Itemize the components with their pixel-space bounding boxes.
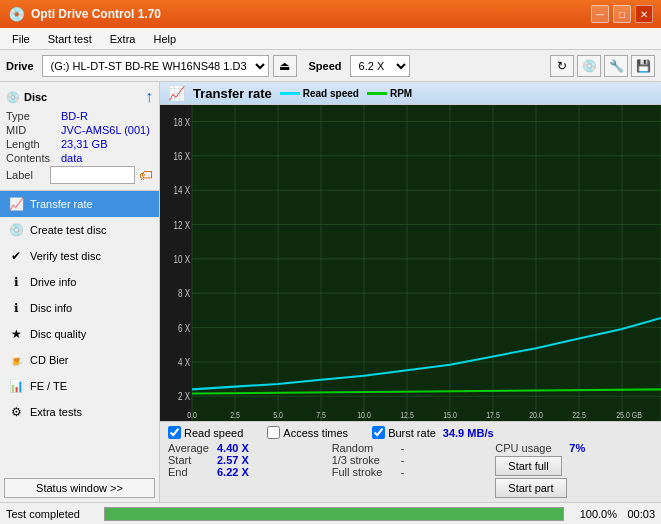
cd-bier-icon: 🍺 (8, 352, 24, 368)
nav-fe-te[interactable]: 📊 FE / TE (0, 373, 159, 399)
chart-title: Transfer rate (193, 86, 272, 101)
access-times-checkbox-label: Access times (283, 427, 348, 439)
transfer-rate-icon: 📈 (8, 196, 24, 212)
access-times-checkbox[interactable] (267, 426, 280, 439)
status-bar: Test completed 100.0% 00:03 (0, 502, 661, 524)
save-button[interactable]: 💾 (631, 55, 655, 77)
create-test-disc-icon: 💿 (8, 222, 24, 238)
settings-button[interactable]: 🔧 (604, 55, 628, 77)
burst-rate-checkbox-item: Burst rate 34.9 MB/s (372, 426, 493, 439)
start-part-button[interactable]: Start part (495, 478, 566, 498)
fullstroke-label: Full stroke (332, 466, 397, 478)
svg-text:7.5: 7.5 (316, 409, 326, 420)
svg-text:10 X: 10 X (174, 253, 191, 266)
svg-text:2 X: 2 X (178, 390, 190, 403)
read-speed-checkbox[interactable] (168, 426, 181, 439)
sidebar: 💿 Disc ↑ Type BD-R MID JVC-AMS6L (001) L… (0, 82, 160, 502)
stroke13-label: 1/3 stroke (332, 454, 397, 466)
average-value: 4.40 X (217, 442, 255, 454)
burst-rate-value: 34.9 MB/s (443, 427, 494, 439)
title-bar-controls: ─ □ ✕ (591, 5, 653, 23)
disc-label-key: Label (6, 169, 46, 181)
legend-read-speed-label: Read speed (303, 88, 359, 99)
svg-text:5.0: 5.0 (273, 409, 283, 420)
label-icon[interactable]: 🏷 (139, 167, 153, 183)
nav-disc-quality-label: Disc quality (30, 328, 86, 340)
refresh-button[interactable]: ↻ (550, 55, 574, 77)
disc-length-label: Length (6, 138, 61, 150)
start-value: 2.57 X (217, 454, 255, 466)
stats-panel: Read speed Access times Burst rate 34.9 … (160, 421, 661, 502)
cpu-row: CPU usage 7% (495, 442, 653, 454)
nav-create-test-disc[interactable]: 💿 Create test disc (0, 217, 159, 243)
svg-text:16 X: 16 X (174, 150, 191, 163)
nav-disc-quality[interactable]: ★ Disc quality (0, 321, 159, 347)
legend-read-speed: Read speed (280, 88, 359, 99)
nav-drive-info[interactable]: ℹ Drive info (0, 269, 159, 295)
title-bar-left: 💿 Opti Drive Control 1.70 (8, 6, 161, 22)
eject-button[interactable]: ⏏ (273, 55, 297, 77)
start-full-button[interactable]: Start full (495, 456, 561, 476)
disc-title-text: Disc (24, 91, 47, 103)
svg-text:12.5: 12.5 (400, 409, 414, 420)
menu-file[interactable]: File (4, 31, 38, 47)
cpu-value: 7% (569, 442, 585, 454)
legend-rpm-color (367, 92, 387, 95)
speed-select[interactable]: 6.2 X (350, 55, 410, 77)
disc-label-row: Label 🏷 (6, 166, 153, 184)
nav-extra-tests[interactable]: ⚙ Extra tests (0, 399, 159, 425)
fullstroke-row: Full stroke - (332, 466, 490, 478)
chart-svg: 18 X 16 X 14 X 12 X 10 X 8 X 6 X 4 X 2 X… (160, 105, 661, 421)
svg-text:6 X: 6 X (178, 321, 190, 334)
nav-verify-test-disc[interactable]: ✔ Verify test disc (0, 243, 159, 269)
disc-contents-label: Contents (6, 152, 61, 164)
progress-percent: 100.0% (572, 508, 617, 520)
legend-rpm: RPM (367, 88, 412, 99)
nav-disc-info[interactable]: ℹ Disc info (0, 295, 159, 321)
random-value: - (401, 442, 421, 454)
nav-transfer-rate[interactable]: 📈 Transfer rate (0, 191, 159, 217)
nav-transfer-rate-label: Transfer rate (30, 198, 93, 210)
nav-drive-info-label: Drive info (30, 276, 76, 288)
close-button[interactable]: ✕ (635, 5, 653, 23)
end-value: 6.22 X (217, 466, 255, 478)
start-row: Start 2.57 X (168, 454, 326, 466)
nav-cd-bier[interactable]: 🍺 CD Bier (0, 347, 159, 373)
disc-panel: 💿 Disc ↑ Type BD-R MID JVC-AMS6L (001) L… (0, 82, 159, 191)
maximize-button[interactable]: □ (613, 5, 631, 23)
svg-text:8 X: 8 X (178, 287, 190, 300)
svg-text:18 X: 18 X (174, 115, 191, 128)
chart-header: 📈 Transfer rate Read speed RPM (160, 82, 661, 105)
speed-label: Speed (309, 60, 342, 72)
svg-text:4 X: 4 X (178, 356, 190, 369)
stroke13-row: 1/3 stroke - (332, 454, 490, 466)
random-label: Random (332, 442, 397, 454)
drive-select[interactable]: (G:) HL-DT-ST BD-RE WH16NS48 1.D3 (42, 55, 269, 77)
menu-extra[interactable]: Extra (102, 31, 144, 47)
content-area: 📈 Transfer rate Read speed RPM (160, 82, 661, 502)
read-speed-checkbox-item: Read speed (168, 426, 243, 439)
menu-start-test[interactable]: Start test (40, 31, 100, 47)
title-bar: 💿 Opti Drive Control 1.70 ─ □ ✕ (0, 0, 661, 28)
toolbar-right-icons: ↻ 💿 🔧 💾 (550, 55, 655, 77)
svg-text:14 X: 14 X (174, 184, 191, 197)
minimize-button[interactable]: ─ (591, 5, 609, 23)
svg-text:25.0 GB: 25.0 GB (616, 409, 642, 420)
svg-text:22.5: 22.5 (572, 409, 586, 420)
disc-length-row: Length 23,31 GB (6, 138, 153, 150)
disc-button[interactable]: 💿 (577, 55, 601, 77)
disc-label-input[interactable] (50, 166, 135, 184)
nav-disc-info-label: Disc info (30, 302, 72, 314)
average-label: Average (168, 442, 213, 454)
svg-text:17.5: 17.5 (486, 409, 500, 420)
menu-help[interactable]: Help (145, 31, 184, 47)
burst-rate-checkbox[interactable] (372, 426, 385, 439)
start-label: Start (168, 454, 213, 466)
drive-toolbar: Drive (G:) HL-DT-ST BD-RE WH16NS48 1.D3 … (0, 50, 661, 82)
status-window-button[interactable]: Status window >> (4, 478, 155, 498)
svg-text:2.5: 2.5 (230, 409, 240, 420)
legend-read-speed-color (280, 92, 300, 95)
svg-text:15.0: 15.0 (443, 409, 457, 420)
menu-bar: File Start test Extra Help (0, 28, 661, 50)
progress-container (104, 507, 564, 521)
